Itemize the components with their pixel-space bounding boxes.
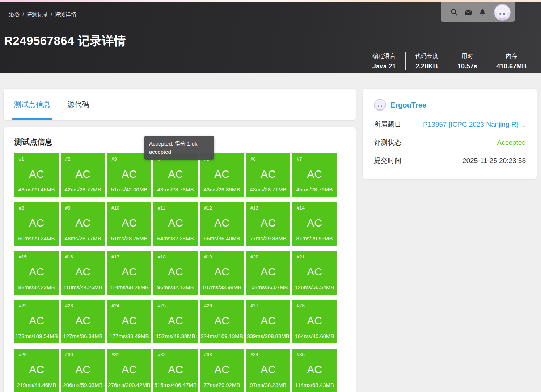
testcase-cell[interactable]: #28AC164ms/40.60MB	[292, 300, 337, 343]
testcase-status: AC	[75, 260, 90, 284]
testcase-cell[interactable]: #32AC515ms/406.47MB	[153, 349, 198, 392]
testcase-cell[interactable]: #26AC224ms/109.13MB	[200, 300, 244, 343]
breadcrumb-home-link[interactable]: 洛谷	[9, 11, 20, 17]
stat-label: 内存	[496, 52, 527, 60]
testcase-detail: 66ms/36.40MB	[204, 235, 240, 241]
tab-testcase-info[interactable]: 测试点信息	[14, 89, 50, 120]
testcase-status: AC	[261, 162, 276, 186]
testcase-cell[interactable]: #3AC51ms/42.00MB	[107, 153, 151, 197]
testcase-cell[interactable]: #1AC43ms/29.45MB	[14, 153, 59, 197]
testcase-cell[interactable]: #5AC43ms/29.39MB	[200, 153, 244, 197]
breadcrumb-records-link[interactable]: 评测记录	[26, 11, 48, 17]
testcase-detail: 43ms/29.45MB	[18, 186, 55, 193]
testcase-cell[interactable]: #18AC96ms/32.13MB	[153, 251, 198, 295]
testcase-cell[interactable]: #34AC97ms/38.23MB	[246, 349, 290, 392]
topbar-user-box	[441, 2, 515, 22]
testcase-status: AC	[307, 357, 322, 382]
stat-label: 用时	[457, 52, 477, 60]
search-icon[interactable]	[450, 8, 458, 16]
submitter-row: ErgouTree	[374, 99, 526, 111]
user-avatar[interactable]	[494, 4, 511, 21]
testcase-status: AC	[29, 308, 44, 333]
breadcrumb-separator: /	[22, 11, 24, 17]
testcase-cell[interactable]: #17AC114ms/68.28MB	[107, 251, 151, 295]
info-label: 评测状态	[374, 138, 401, 147]
testcase-detail: 77ms/29.92MB	[204, 382, 240, 388]
testcase-cell[interactable]: #29AC219ms/44.46MB	[14, 349, 59, 392]
submitter-username-link[interactable]: ErgouTree	[390, 101, 426, 109]
tab-source-code[interactable]: 源代码	[67, 89, 89, 120]
stat-value: 10.57s	[457, 63, 477, 70]
testcase-cell[interactable]: #8AC50ms/29.24MB	[14, 202, 59, 246]
testcase-status: AC	[261, 357, 276, 382]
testcase-detail: 206ms/59.03MB	[63, 382, 102, 388]
testcase-cell[interactable]: #12AC66ms/36.40MB	[200, 202, 244, 246]
testcase-id: #35	[294, 352, 305, 357]
testcase-status: AC	[307, 162, 322, 186]
testcase-cell[interactable]: #21AC126ms/56.54MB	[292, 251, 337, 295]
testcase-cell[interactable]: #25AC152ms/48.38MB	[153, 300, 198, 343]
submitter-avatar[interactable]	[374, 99, 386, 111]
testcase-detail: 108ms/36.07MB	[248, 284, 288, 290]
testcase-cell[interactable]: #30AC206ms/59.03MB	[61, 349, 105, 392]
mail-icon[interactable]	[464, 8, 472, 16]
bell-icon[interactable]	[478, 8, 486, 16]
testcase-cell[interactable]: #10AC51ms/28.76MB	[107, 202, 151, 246]
testcase-status: AC	[168, 357, 183, 382]
testcase-cell[interactable]: #20AC108ms/36.07MB	[246, 251, 290, 295]
testcase-detail: 43ms/28.71MB	[250, 186, 287, 193]
problem-link[interactable]: P13957 [ICPC 2023 Nanjing R] ...	[423, 121, 526, 128]
breadcrumb: 洛谷/评测记录/评测详情	[9, 11, 76, 18]
testcase-cell[interactable]: #31AC276ms/200.42MB	[107, 349, 151, 392]
testcase-detail: 110ms/44.26MB	[63, 284, 102, 290]
testcase-cell[interactable]: #13AC77ms/29.83MB	[246, 202, 290, 246]
testcase-id: #6	[248, 156, 255, 162]
tab-bar: 测试点信息 源代码	[4, 89, 356, 120]
testcase-cell[interactable]: #22AC173ms/109.54MB	[14, 300, 59, 343]
testcase-cell[interactable]: #16AC110ms/44.26MB	[61, 251, 105, 295]
testcase-cell[interactable]: #2AC42ms/28.77MB	[61, 153, 105, 197]
testcase-id: #10	[109, 205, 119, 211]
info-label: 所属题目	[374, 120, 401, 129]
breadcrumb-detail-link[interactable]: 评测详情	[55, 11, 76, 17]
tooltip-line-2: accepted	[149, 148, 209, 156]
testcase-id: #17	[109, 254, 119, 260]
testcase-status: AC	[122, 260, 137, 284]
testcase-cell[interactable]: #24AC177ms/38.49MB	[107, 300, 151, 343]
testcase-status: AC	[75, 211, 90, 235]
testcase-detail: 51ms/28.76MB	[111, 235, 148, 241]
testcase-status: AC	[307, 308, 322, 333]
testcase-cell[interactable]: #4AC43ms/28.73MB	[153, 153, 198, 197]
testcase-status: AC	[261, 308, 276, 333]
testcase-cell[interactable]: #11AC64ms/32.28MB	[153, 202, 198, 246]
testcase-cell[interactable]: #27AC339ms/308.88MB	[246, 300, 290, 343]
testcase-detail: 515ms/406.47MB	[154, 382, 197, 388]
testcase-cell[interactable]: #15AC88ms/32.23MB	[14, 251, 59, 295]
info-row-status: 评测状态 Accepted	[374, 138, 526, 147]
stat-value: Java 21	[372, 63, 396, 70]
submission-stats: 编程语言 Java 21 代码长度 2.28KB 用时 10.57s 内存 41…	[363, 52, 536, 70]
testcase-detail: 173ms/109.54MB	[15, 333, 58, 339]
judge-status-value: Accepted	[497, 139, 526, 147]
testcase-status: AC	[168, 162, 183, 186]
testcase-id: #33	[201, 352, 212, 357]
stat-code-length: 代码长度 2.28KB	[405, 52, 448, 70]
testcase-id: #29	[16, 352, 27, 357]
testcase-cell[interactable]: #14AC81ms/29.99MB	[292, 202, 337, 246]
testcase-cell[interactable]: #23AC127ms/36.34MB	[61, 300, 105, 343]
testcase-cell[interactable]: #35AC114ms/68.43MB	[292, 349, 337, 392]
testcase-detail: 64ms/32.28MB	[157, 235, 194, 241]
testcase-id: #31	[109, 352, 119, 357]
testcase-status: AC	[214, 162, 229, 186]
testcase-detail: 77ms/29.83MB	[250, 235, 287, 241]
testcase-id: #30	[62, 352, 73, 357]
testcase-id: #9	[62, 205, 70, 211]
testcase-cell[interactable]: #9AC48ms/28.77MB	[61, 202, 105, 246]
testcase-cell[interactable]: #33AC77ms/29.92MB	[200, 349, 244, 392]
testcase-id: #11	[155, 205, 165, 211]
testcase-cell[interactable]: #7AC45ms/28.79MB	[292, 153, 337, 197]
testcase-status: AC	[122, 211, 137, 235]
testcase-cell[interactable]: #19AC107ms/33.98MB	[200, 251, 244, 295]
testcase-cell[interactable]: #6AC43ms/28.71MB	[246, 153, 290, 197]
testcase-id: #18	[155, 254, 166, 260]
